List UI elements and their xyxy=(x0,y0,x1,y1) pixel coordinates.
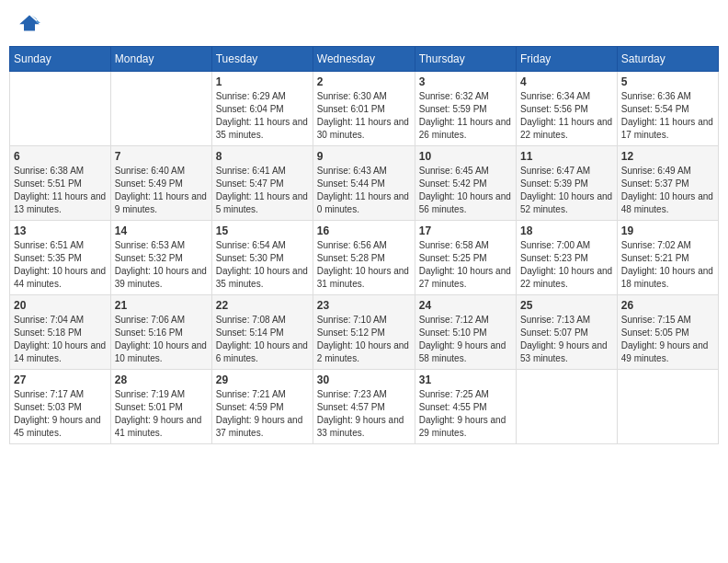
day-info: Sunrise: 7:04 AMSunset: 5:18 PMDaylight:… xyxy=(14,314,107,365)
day-info: Sunrise: 6:43 AMSunset: 5:44 PMDaylight:… xyxy=(317,165,411,216)
day-info: Sunrise: 6:32 AMSunset: 5:59 PMDaylight:… xyxy=(419,90,512,142)
day-info: Sunrise: 6:54 AMSunset: 5:30 PMDaylight:… xyxy=(216,239,309,291)
day-number: 19 xyxy=(621,224,714,237)
calendar-cell xyxy=(10,72,111,146)
calendar-cell: 19Sunrise: 7:02 AMSunset: 5:21 PMDayligh… xyxy=(617,221,718,295)
day-number: 11 xyxy=(520,150,613,163)
calendar-cell: 18Sunrise: 7:00 AMSunset: 5:23 PMDayligh… xyxy=(517,221,618,295)
calendar-cell: 21Sunrise: 7:06 AMSunset: 5:16 PMDayligh… xyxy=(110,295,211,370)
day-info: Sunrise: 6:47 AMSunset: 5:39 PMDaylight:… xyxy=(520,165,613,216)
calendar-cell: 20Sunrise: 7:04 AMSunset: 5:18 PMDayligh… xyxy=(10,295,111,370)
day-info: Sunrise: 6:36 AMSunset: 5:54 PMDaylight:… xyxy=(621,90,714,142)
day-number: 22 xyxy=(216,299,309,312)
day-info: Sunrise: 6:40 AMSunset: 5:49 PMDaylight:… xyxy=(115,165,208,216)
calendar-cell: 12Sunrise: 6:49 AMSunset: 5:37 PMDayligh… xyxy=(617,146,718,221)
day-number: 24 xyxy=(419,299,512,312)
day-info: Sunrise: 7:00 AMSunset: 5:23 PMDaylight:… xyxy=(520,239,613,291)
calendar-cell: 4Sunrise: 6:34 AMSunset: 5:56 PMDaylight… xyxy=(517,72,618,146)
column-header-sunday: Sunday xyxy=(10,47,111,72)
calendar-cell: 7Sunrise: 6:40 AMSunset: 5:49 PMDaylight… xyxy=(110,146,211,221)
column-header-saturday: Saturday xyxy=(617,47,718,72)
day-info: Sunrise: 6:45 AMSunset: 5:42 PMDaylight:… xyxy=(419,165,512,216)
column-header-friday: Friday xyxy=(517,47,618,72)
day-info: Sunrise: 7:08 AMSunset: 5:14 PMDaylight:… xyxy=(216,314,309,365)
day-info: Sunrise: 7:25 AMSunset: 4:55 PMDaylight:… xyxy=(419,388,512,440)
day-number: 4 xyxy=(520,75,613,88)
day-number: 13 xyxy=(14,224,107,237)
day-number: 28 xyxy=(115,373,208,386)
calendar-cell: 24Sunrise: 7:12 AMSunset: 5:10 PMDayligh… xyxy=(415,295,516,370)
day-number: 2 xyxy=(317,75,411,88)
day-number: 15 xyxy=(216,224,309,237)
calendar-cell: 1Sunrise: 6:29 AMSunset: 6:04 PMDaylight… xyxy=(211,72,313,146)
day-number: 9 xyxy=(317,150,411,163)
day-info: Sunrise: 7:21 AMSunset: 4:59 PMDaylight:… xyxy=(216,388,309,440)
day-number: 7 xyxy=(115,150,208,163)
day-info: Sunrise: 7:19 AMSunset: 5:01 PMDaylight:… xyxy=(115,388,208,440)
calendar: SundayMondayTuesdayWednesdayThursdayFrid… xyxy=(9,46,719,444)
calendar-cell: 3Sunrise: 6:32 AMSunset: 5:59 PMDaylight… xyxy=(415,72,516,146)
calendar-cell: 11Sunrise: 6:47 AMSunset: 5:39 PMDayligh… xyxy=(517,146,618,221)
calendar-header-row: SundayMondayTuesdayWednesdayThursdayFrid… xyxy=(10,47,719,72)
calendar-cell: 31Sunrise: 7:25 AMSunset: 4:55 PMDayligh… xyxy=(415,370,516,444)
day-info: Sunrise: 7:02 AMSunset: 5:21 PMDaylight:… xyxy=(621,239,714,291)
calendar-cell: 10Sunrise: 6:45 AMSunset: 5:42 PMDayligh… xyxy=(415,146,516,221)
day-number: 10 xyxy=(419,150,512,163)
calendar-cell: 13Sunrise: 6:51 AMSunset: 5:35 PMDayligh… xyxy=(10,221,111,295)
column-header-thursday: Thursday xyxy=(415,47,516,72)
calendar-cell: 16Sunrise: 6:56 AMSunset: 5:28 PMDayligh… xyxy=(313,221,415,295)
day-info: Sunrise: 7:23 AMSunset: 4:57 PMDaylight:… xyxy=(317,388,411,440)
day-info: Sunrise: 6:53 AMSunset: 5:32 PMDaylight:… xyxy=(115,239,208,291)
day-number: 8 xyxy=(216,150,309,163)
day-info: Sunrise: 6:30 AMSunset: 6:01 PMDaylight:… xyxy=(317,90,411,142)
day-info: Sunrise: 6:34 AMSunset: 5:56 PMDaylight:… xyxy=(520,90,613,142)
calendar-cell: 17Sunrise: 6:58 AMSunset: 5:25 PMDayligh… xyxy=(415,221,516,295)
calendar-week-row: 1Sunrise: 6:29 AMSunset: 6:04 PMDaylight… xyxy=(10,72,719,146)
day-info: Sunrise: 6:38 AMSunset: 5:51 PMDaylight:… xyxy=(14,165,107,216)
day-number: 23 xyxy=(317,299,411,312)
day-number: 16 xyxy=(317,224,411,237)
calendar-week-row: 20Sunrise: 7:04 AMSunset: 5:18 PMDayligh… xyxy=(10,295,719,370)
calendar-cell: 22Sunrise: 7:08 AMSunset: 5:14 PMDayligh… xyxy=(211,295,313,370)
calendar-cell: 14Sunrise: 6:53 AMSunset: 5:32 PMDayligh… xyxy=(110,221,211,295)
calendar-week-row: 27Sunrise: 7:17 AMSunset: 5:03 PMDayligh… xyxy=(10,370,719,444)
day-info: Sunrise: 7:15 AMSunset: 5:05 PMDaylight:… xyxy=(621,314,714,365)
day-number: 31 xyxy=(419,373,512,386)
page-header xyxy=(9,9,719,37)
logo-icon xyxy=(18,14,40,32)
logo xyxy=(18,14,44,32)
column-header-wednesday: Wednesday xyxy=(313,47,415,72)
calendar-cell: 26Sunrise: 7:15 AMSunset: 5:05 PMDayligh… xyxy=(617,295,718,370)
calendar-cell: 25Sunrise: 7:13 AMSunset: 5:07 PMDayligh… xyxy=(517,295,618,370)
day-number: 12 xyxy=(621,150,714,163)
day-info: Sunrise: 6:41 AMSunset: 5:47 PMDaylight:… xyxy=(216,165,309,216)
calendar-cell: 27Sunrise: 7:17 AMSunset: 5:03 PMDayligh… xyxy=(10,370,111,444)
day-info: Sunrise: 6:56 AMSunset: 5:28 PMDaylight:… xyxy=(317,239,411,291)
day-info: Sunrise: 7:13 AMSunset: 5:07 PMDaylight:… xyxy=(520,314,613,365)
day-number: 26 xyxy=(621,299,714,312)
calendar-cell: 5Sunrise: 6:36 AMSunset: 5:54 PMDaylight… xyxy=(617,72,718,146)
calendar-cell: 9Sunrise: 6:43 AMSunset: 5:44 PMDaylight… xyxy=(313,146,415,221)
calendar-week-row: 13Sunrise: 6:51 AMSunset: 5:35 PMDayligh… xyxy=(10,221,719,295)
calendar-cell: 29Sunrise: 7:21 AMSunset: 4:59 PMDayligh… xyxy=(211,370,313,444)
calendar-cell: 30Sunrise: 7:23 AMSunset: 4:57 PMDayligh… xyxy=(313,370,415,444)
calendar-cell: 8Sunrise: 6:41 AMSunset: 5:47 PMDaylight… xyxy=(211,146,313,221)
calendar-cell xyxy=(110,72,211,146)
day-number: 1 xyxy=(216,75,309,88)
day-info: Sunrise: 7:06 AMSunset: 5:16 PMDaylight:… xyxy=(115,314,208,365)
day-number: 6 xyxy=(14,150,107,163)
day-number: 29 xyxy=(216,373,309,386)
day-info: Sunrise: 6:49 AMSunset: 5:37 PMDaylight:… xyxy=(621,165,714,216)
day-number: 25 xyxy=(520,299,613,312)
day-number: 3 xyxy=(419,75,512,88)
day-info: Sunrise: 7:10 AMSunset: 5:12 PMDaylight:… xyxy=(317,314,411,365)
column-header-monday: Monday xyxy=(110,47,211,72)
day-number: 30 xyxy=(317,373,411,386)
calendar-cell: 15Sunrise: 6:54 AMSunset: 5:30 PMDayligh… xyxy=(211,221,313,295)
day-info: Sunrise: 6:58 AMSunset: 5:25 PMDaylight:… xyxy=(419,239,512,291)
day-info: Sunrise: 6:51 AMSunset: 5:35 PMDaylight:… xyxy=(14,239,107,291)
day-number: 20 xyxy=(14,299,107,312)
day-info: Sunrise: 6:29 AMSunset: 6:04 PMDaylight:… xyxy=(216,90,309,142)
column-header-tuesday: Tuesday xyxy=(211,47,313,72)
svg-marker-0 xyxy=(19,16,40,31)
